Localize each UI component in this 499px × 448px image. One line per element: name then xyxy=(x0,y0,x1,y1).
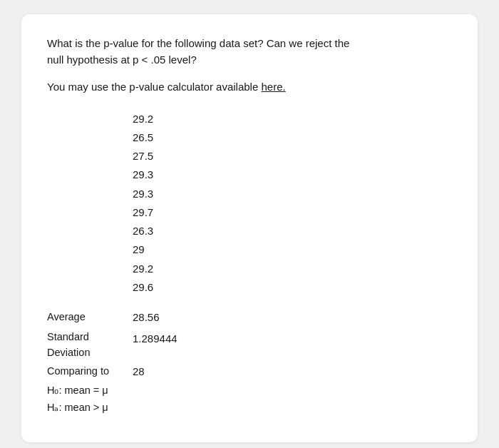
comparing-value: 28 xyxy=(133,364,145,380)
data-point: 27.5 xyxy=(133,147,153,166)
stats-table: Average 28.56 Standard Deviation 1.28944… xyxy=(47,308,452,417)
std-label: Standard Deviation xyxy=(47,330,133,361)
average-label: Average xyxy=(47,310,133,325)
data-point: 26.3 xyxy=(133,222,153,240)
h0-label: H₀: mean = μ xyxy=(47,383,133,399)
comparing-row: Comparing to 28 xyxy=(47,362,452,382)
std-value: 1.289444 xyxy=(133,330,178,347)
data-point: 29.6 xyxy=(133,278,153,297)
average-value: 28.56 xyxy=(133,310,160,326)
h0-row: H₀: mean = μ xyxy=(47,382,452,399)
calculator-link[interactable]: here. xyxy=(261,81,285,93)
data-point: 29.3 xyxy=(133,185,153,203)
question-text: What is the p-value for the following da… xyxy=(47,36,452,68)
main-card: What is the p-value for the following da… xyxy=(21,14,478,442)
ha-row: Hₐ: mean > μ xyxy=(47,399,452,417)
calculator-text: You may use the p-value calculator avail… xyxy=(47,79,452,96)
data-point: 29.3 xyxy=(133,166,153,184)
data-point: 29.7 xyxy=(133,203,153,222)
data-point: 29 xyxy=(133,240,145,259)
data-values-section: 29.226.527.529.329.329.726.32929.229.6 xyxy=(47,110,452,297)
content-area: 29.226.527.529.329.329.726.32929.229.6 A… xyxy=(47,110,452,417)
data-point: 29.2 xyxy=(133,110,153,128)
data-point: 29.2 xyxy=(133,260,153,278)
data-point: 26.5 xyxy=(133,128,153,147)
ha-label: Hₐ: mean > μ xyxy=(47,400,133,416)
std-row: Standard Deviation 1.289444 xyxy=(47,328,452,362)
comparing-label: Comparing to xyxy=(47,364,133,380)
average-row: Average 28.56 xyxy=(47,308,452,328)
